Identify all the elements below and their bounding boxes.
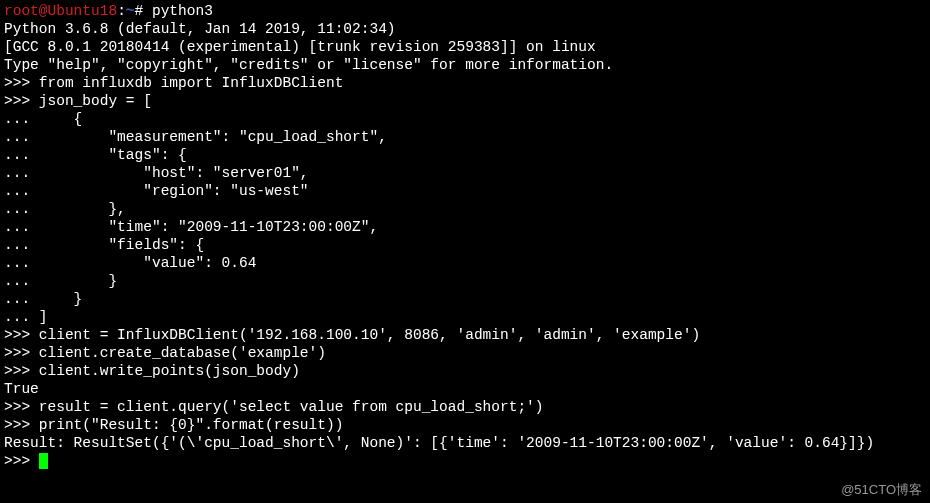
repl-line: ... "host": "server01",	[4, 165, 309, 181]
repl-line: >>> client = InfluxDBClient('192.168.100…	[4, 327, 700, 343]
repl-line: ... "fields": {	[4, 237, 204, 253]
repl-line: ... "time": "2009-11-10T23:00:00Z",	[4, 219, 378, 235]
shell-command: python3	[152, 3, 213, 19]
prompt-path: ~	[126, 3, 135, 19]
repl-line: >>> print("Result: {0}".format(result))	[4, 417, 343, 433]
repl-line: ... }	[4, 273, 117, 289]
repl-line: ... }	[4, 291, 82, 307]
prompt-sep2: #	[135, 3, 152, 19]
repl-output: Result: ResultSet({'(\'cpu_load_short\',…	[4, 435, 874, 451]
repl-line: ... {	[4, 111, 82, 127]
repl-line: ... },	[4, 201, 126, 217]
repl-line: >>> json_body = [	[4, 93, 152, 109]
terminal-output[interactable]: root@Ubuntu18:~# python3 Python 3.6.8 (d…	[4, 2, 926, 470]
python-banner-line: Type "help", "copyright", "credits" or "…	[4, 57, 613, 73]
repl-line: ... "value": 0.64	[4, 255, 256, 271]
prompt-sep1: :	[117, 3, 126, 19]
repl-line: ... "measurement": "cpu_load_short",	[4, 129, 387, 145]
repl-prompt: >>>	[4, 453, 39, 469]
python-banner-line: [GCC 8.0.1 20180414 (experimental) [trun…	[4, 39, 596, 55]
repl-line: >>> client.create_database('example')	[4, 345, 326, 361]
prompt-user: root@Ubuntu18	[4, 3, 117, 19]
cursor-icon	[39, 453, 48, 469]
repl-line: >>> from influxdb import InfluxDBClient	[4, 75, 343, 91]
repl-line: >>> result = client.query('select value …	[4, 399, 544, 415]
repl-line: ... "tags": {	[4, 147, 187, 163]
repl-line: ... ]	[4, 309, 48, 325]
python-banner-line: Python 3.6.8 (default, Jan 14 2019, 11:0…	[4, 21, 404, 37]
repl-line: >>> client.write_points(json_body)	[4, 363, 300, 379]
watermark-text: @51CTO博客	[841, 481, 922, 499]
repl-output: True	[4, 381, 39, 397]
repl-line: ... "region": "us-west"	[4, 183, 309, 199]
